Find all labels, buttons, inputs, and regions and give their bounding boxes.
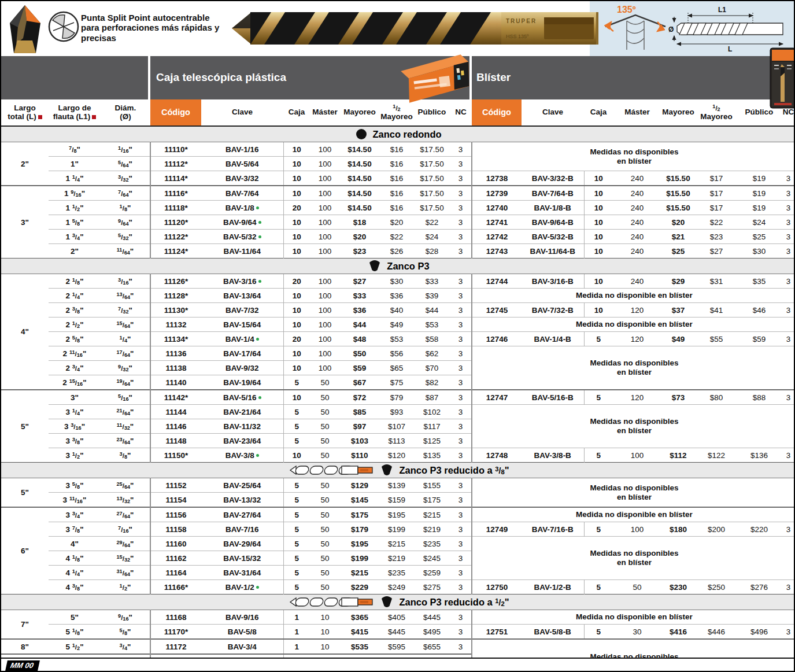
- cell-half-mayoreo: $219: [379, 551, 414, 566]
- section-title: Zanco redondo: [372, 129, 441, 140]
- blister-cell-publico: $220: [738, 522, 781, 537]
- telescopic-box-image: [396, 52, 474, 103]
- cell-codigo: 11130*: [150, 303, 201, 317]
- cell-caja: 1: [283, 625, 310, 640]
- cell-publico: $17.50: [414, 157, 450, 171]
- cell-flute-length: 3 1/4": [49, 405, 101, 419]
- cell-mayoreo: $535: [340, 639, 379, 654]
- table-row: 2 1/4"13/64"11128*BAV-13/6410100$33$36$3…: [1, 289, 795, 303]
- cell-mayoreo: $97: [340, 419, 379, 434]
- cell-caja: 5: [283, 580, 310, 595]
- cell-nc: 3: [450, 303, 472, 317]
- blister-cell-publico: $88: [738, 390, 781, 405]
- cell-publico: $175: [414, 493, 450, 508]
- cell-half-mayoreo: $199: [379, 522, 414, 537]
- cell-codigo: 11146: [150, 419, 201, 434]
- cell-nc: 3: [450, 317, 472, 332]
- cell-caja: 5: [283, 419, 310, 434]
- cell-half-mayoreo: $16: [379, 201, 414, 215]
- blister-cell-caja: 5: [584, 522, 613, 537]
- round-shank-icon: [356, 128, 367, 140]
- cell-mayoreo: $179: [340, 522, 379, 537]
- cell-codigo: 11144: [150, 405, 201, 419]
- blister-cell-half-mayoreo: $250: [695, 580, 738, 595]
- cell-clave: BAV-13/64: [201, 289, 283, 303]
- table-row: 2 1/2"15/64"11132BAV-15/6410100$44$49$53…: [1, 317, 795, 332]
- cell-flute-length: 2 3/8": [49, 303, 101, 317]
- cell-mayoreo: $129: [340, 478, 379, 493]
- cell-publico: $33: [414, 274, 450, 289]
- cell-mayoreo: $14.50: [340, 171, 379, 186]
- blister-cell-caja: 5: [584, 390, 613, 405]
- cell-half-mayoreo: $215: [379, 537, 414, 551]
- caja-group-label: Caja telescópica plástica: [156, 71, 286, 84]
- blister-cell-half-mayoreo: $27: [695, 244, 738, 259]
- cell-clave: BAV-7/32: [201, 303, 283, 317]
- column-header: Código: [150, 99, 201, 126]
- blister-cell-half-mayoreo: $80: [695, 390, 738, 405]
- cell-clave: BAV-11/64: [201, 244, 283, 259]
- cell-nc: 3: [450, 171, 472, 186]
- blister-cell-half-mayoreo: $122: [695, 448, 738, 463]
- cell-half-mayoreo: $65: [379, 361, 414, 375]
- cell-flute-length: 7/8": [49, 142, 101, 157]
- cell-master: 50: [310, 507, 340, 522]
- cell-codigo: 11160: [150, 537, 201, 551]
- cell-publico: $17.50: [414, 201, 450, 215]
- cell-half-mayoreo: $53: [379, 332, 414, 346]
- blister-cell-master: 100: [613, 448, 661, 463]
- cell-half-mayoreo: $20: [379, 215, 414, 230]
- cell-publico: $275: [414, 580, 450, 595]
- cell-diameter: 3/32": [101, 171, 150, 186]
- cell-publico: $22: [414, 215, 450, 230]
- cell-half-mayoreo: $159: [379, 493, 414, 508]
- cell-flute-length: 4 1/4": [49, 566, 101, 580]
- blister-cell-nc: 3: [781, 580, 795, 595]
- cell-diameter: 3/8": [101, 448, 150, 463]
- cell-caja: 5: [283, 507, 310, 522]
- cell-flute-length: 2 11/16": [49, 346, 101, 361]
- cell-codigo: 11158: [150, 522, 201, 537]
- cell-mayoreo: $33: [340, 289, 379, 303]
- cell-mayoreo: $110: [340, 448, 379, 463]
- price-table: Largototal (L)Largo deflauta (L1)Diám.(Ø…: [1, 99, 795, 672]
- cell-master: 100: [310, 186, 340, 201]
- cell-codigo: 11162: [150, 551, 201, 566]
- cell-nc: 3: [450, 332, 472, 346]
- cell-diameter: 19/64": [101, 375, 150, 390]
- blister-cell-nc: 3: [781, 448, 795, 463]
- column-header: Mayoreo: [340, 99, 379, 126]
- reduced-drill-icon: [288, 464, 375, 476]
- cell-codigo: 11152: [150, 478, 201, 493]
- table-row: 6"3 3/4"27/64"11156BAV-27/64550$175$195$…: [1, 507, 795, 522]
- blister-cell-mayoreo: $112: [661, 448, 695, 463]
- cell-clave: BAV-9/32: [201, 361, 283, 375]
- cell-half-mayoreo: $16: [379, 142, 414, 157]
- cell-clave: BAV-17/64: [201, 346, 283, 361]
- cell-largo-total: 8": [1, 639, 49, 654]
- cell-master: 50: [310, 493, 340, 508]
- cell-diameter: 25/64": [101, 478, 150, 493]
- top-banner: Punta Split Point autocentrable para per…: [1, 1, 795, 56]
- table-row: 2"7/8"1/16"11110*BAV-1/1610100$14.50$16$…: [1, 142, 795, 157]
- cell-clave: BAV-31/64: [201, 566, 283, 580]
- cell-publico: $28: [414, 244, 450, 259]
- cell-clave: BAV-5/16: [201, 390, 283, 405]
- cell-codigo: 11140: [150, 375, 201, 390]
- column-header: 1/2Mayoreo: [695, 99, 738, 126]
- cell-nc: 3: [450, 537, 472, 551]
- cell-caja: 1: [283, 639, 310, 654]
- blister-cell-caja: 5: [584, 580, 613, 595]
- cell-caja: 10: [283, 289, 310, 303]
- cell-clave: BAV-29/64: [201, 537, 283, 551]
- blister-cell-publico: $136: [738, 448, 781, 463]
- cell-codigo: 11168: [150, 610, 201, 625]
- cell-clave: BAV-5/64: [201, 157, 283, 171]
- cell-diameter: 1/16": [101, 142, 150, 157]
- cell-clave: BAV-19/64: [201, 375, 283, 390]
- cell-codigo: 11150*: [150, 448, 201, 463]
- blister-cell-half-mayoreo: $200: [695, 522, 738, 537]
- cell-largo-total: 3": [1, 186, 49, 259]
- cell-publico: $117: [414, 419, 450, 434]
- blister-cell-master: 100: [613, 522, 661, 537]
